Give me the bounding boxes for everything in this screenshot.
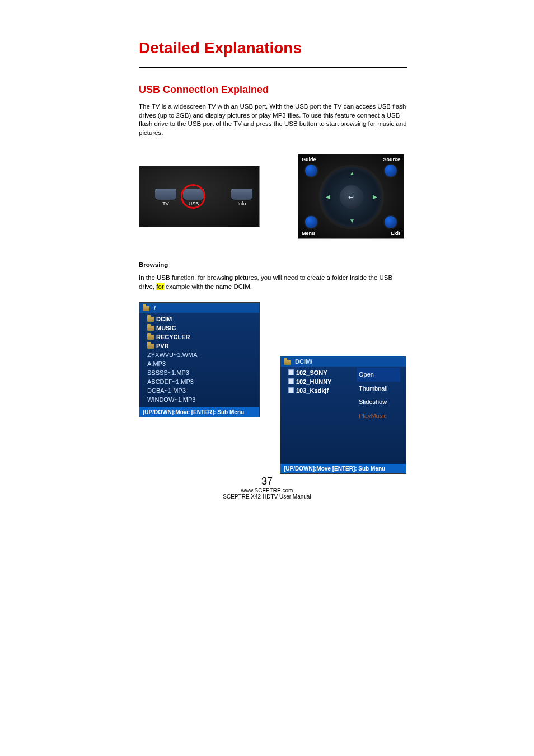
folder-icon [147, 344, 154, 349]
file-item: SSSSS~1.MP3 [147, 369, 255, 378]
footer-url: www.SCEPTRE.com [0, 487, 534, 494]
folder-item: MUSIC [156, 325, 176, 331]
context-menu-item: PlayMusic [357, 409, 400, 423]
folder-icon [284, 360, 291, 365]
file-icon [288, 369, 294, 375]
browsing-paragraph: In the USB function, for browsing pictur… [139, 274, 407, 291]
remote-label-source: Source [383, 157, 400, 162]
page-title: Detailed Explanations [139, 39, 407, 57]
page-number: 37 [0, 476, 534, 487]
browsing-text-post: example with the name DCIM. [164, 283, 252, 290]
remote-btn-tv-label: TV [155, 201, 176, 206]
folder-item: 102_SONY [296, 369, 327, 376]
file-item: WINDOW~1.MP3 [147, 396, 255, 405]
folder-item: RECYCLER [156, 334, 190, 340]
remote-btn-info-label: Info [231, 201, 252, 206]
folder-icon [147, 335, 154, 340]
file-icon [288, 387, 294, 393]
remote-label-guide: Guide [302, 157, 316, 162]
remote-label-exit: Exit [391, 231, 400, 236]
folder-icon [147, 326, 154, 331]
folder-item: 103_Ksdkjf [296, 387, 329, 394]
enter-button-icon: ↵ [340, 185, 363, 209]
context-menu-item: Open [357, 368, 400, 382]
browsing-subtitle: Browsing [139, 261, 407, 268]
footer-manual-title: SCEPTRE X42 HDTV User Manual [0, 494, 534, 500]
remote-photo-buttons: TV USB Info [139, 166, 260, 227]
file-item: ABCDEF~1.MP3 [147, 378, 255, 387]
osd-path: DCIM/ [295, 358, 312, 365]
remote-photo-navpad: Guide Source Menu Exit ▲ ▼ ◀ ▶ ↵ [298, 154, 404, 239]
folder-icon [143, 306, 149, 311]
remote-label-menu: Menu [302, 231, 315, 236]
context-menu-item: Thumbnail [357, 382, 400, 396]
folder-item: PVR [156, 342, 169, 349]
file-item: A.MP3 [147, 360, 255, 369]
intro-paragraph: The TV is a widescreen TV with an USB po… [139, 102, 407, 137]
divider [139, 67, 407, 68]
remote-btn-usb-label: USB [183, 201, 204, 206]
highlighted-word: for [156, 283, 163, 290]
osd-screenshot-root: / DCIM MUSIC RECYCLER PVR ZYXWVU~1.WMA A… [139, 302, 260, 417]
section-title: USB Connection Explained [139, 84, 407, 96]
osd-screenshot-dcim: DCIM/ 102_SONY 102_HUNNY 103_Ksdkjf Open… [280, 356, 406, 474]
context-menu-item: Slideshow [357, 395, 400, 409]
folder-item: 102_HUNNY [296, 378, 332, 385]
folder-item: DCIM [156, 316, 172, 322]
osd-path: / [154, 304, 156, 311]
context-menu: Open Thumbnail Slideshow PlayMusic [357, 368, 400, 423]
file-icon [288, 378, 294, 384]
folder-icon [147, 317, 154, 322]
osd-footer-hint: [UP/DOWN]:Move [ENTER]: Sub Menu [139, 407, 259, 417]
file-item: DCBA~1.MP3 [147, 387, 255, 396]
osd-footer-hint: [UP/DOWN]:Move [ENTER]: Sub Menu [280, 464, 406, 473]
file-item: ZYXWVU~1.WMA [147, 351, 255, 360]
